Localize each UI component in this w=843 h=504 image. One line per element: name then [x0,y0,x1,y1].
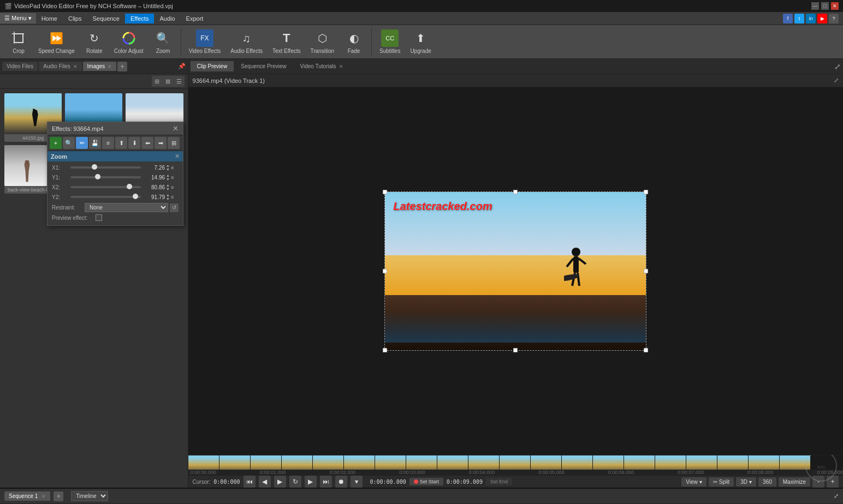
preview-effect-checkbox[interactable] [96,214,102,221]
crop-handle-tl[interactable] [383,190,387,194]
crop-handle-mr[interactable] [644,269,648,273]
tutorials-close[interactable]: ✕ [339,64,343,69]
clip-expand[interactable]: ⤢ [834,77,839,84]
view-dropdown[interactable]: View ▾ [681,477,707,487]
tab-audio-files[interactable]: Audio Files ✕ [39,62,81,71]
y2-menu[interactable]: ≡ [171,194,179,200]
zoom-close-button[interactable]: ✕ [175,153,180,160]
step-back-button[interactable]: ◀ [259,476,271,488]
effects-left-button[interactable]: ⬅ [141,137,153,149]
effects-up-button[interactable]: ⬆ [115,137,127,149]
color-adjust-button[interactable]: Color Adjust [110,27,148,56]
social-li[interactable]: in [806,14,816,23]
go-end-button[interactable]: ⏭ [320,476,332,488]
crop-handle-ml[interactable] [383,269,387,273]
timeline-mode-select[interactable]: Timeline [71,491,108,501]
minimize-button[interactable]: — [811,2,819,10]
effects-down-button[interactable]: ⬇ [128,137,140,149]
y2-thumb[interactable] [133,194,138,199]
view-medium-btn[interactable]: ⊠ [163,76,174,87]
view-grid-btn[interactable]: ⊞ [152,76,163,87]
timeline-expand[interactable]: ⤢ [834,493,839,500]
images-tab-close[interactable]: ✕ [108,64,112,69]
effects-right-button[interactable]: ➡ [155,137,167,149]
effects-close-button[interactable]: ✕ [173,124,179,133]
y1-slider[interactable] [70,176,141,178]
effects-add-button[interactable]: + [50,137,62,149]
menu-export[interactable]: Export [181,14,209,23]
menu-dropdown-button[interactable]: ☰ Menu ▾ [0,13,36,23]
help-icon[interactable]: ? [829,14,839,23]
x2-arrows[interactable]: ▲ ▼ [166,183,170,191]
view-list-btn[interactable]: ☰ [174,76,185,87]
menu-effects[interactable]: Effects [125,14,154,23]
add-tab-button[interactable]: + [117,62,127,71]
seq-tab-close[interactable]: ✕ [41,494,46,499]
x1-down[interactable]: ▼ [166,167,170,171]
fade-button[interactable]: ◐ Fade [340,27,368,56]
y2-down[interactable]: ▼ [166,197,170,201]
x1-up[interactable]: ▲ [166,164,170,167]
add-sequence-button[interactable]: + [54,491,63,501]
menu-home[interactable]: Home [36,14,63,23]
crop-handle-bm[interactable] [513,348,518,352]
sequence-tab[interactable]: Sequence 1 ✕ [4,491,50,501]
y1-up[interactable]: ▲ [166,173,170,177]
speed-button[interactable]: ⏩ Speed Change [34,27,79,56]
zoom-button[interactable]: 🔍 Zoom [149,27,177,56]
y2-slider[interactable] [70,196,141,198]
y2-arrows[interactable]: ▲ ▼ [166,193,170,201]
social-fb[interactable]: f [783,14,793,23]
playback-options[interactable]: ▾ [351,476,363,488]
go-start-button[interactable]: ⏮ [244,476,256,488]
x1-menu[interactable]: ≡ [171,165,179,171]
record-button[interactable]: ⏺ [335,476,347,488]
x1-thumb[interactable] [92,164,97,170]
upgrade-button[interactable]: ⬆ Upgrade [406,27,435,56]
audio-tab-close[interactable]: ✕ [73,64,78,69]
effects-list-button[interactable]: ≡ [102,137,114,149]
audio-effects-button[interactable]: ♫ Audio Effects [226,27,267,56]
step-forward-button[interactable]: ▶ [305,476,317,488]
set-end-button[interactable]: Set End [486,478,512,485]
transition-button[interactable]: ⬡ Transition [306,27,339,56]
menu-sequence[interactable]: Sequence [87,14,125,23]
x2-thumb[interactable] [127,184,132,189]
tab-images[interactable]: Images ✕ [83,62,117,71]
restraint-reset-button[interactable]: ↺ [170,203,179,212]
text-effects-button[interactable]: T Text Effects [268,27,305,56]
tab-video-tutorials[interactable]: Video Tutorials ✕ [294,61,351,71]
crop-handle-tm[interactable] [513,190,518,194]
tab-clip-preview[interactable]: Clip Preview [191,61,234,71]
crop-handle-br[interactable] [644,348,648,352]
set-start-button[interactable]: Set Start [409,478,443,485]
360-button[interactable]: 360 [758,477,776,487]
effects-grid-button[interactable]: ⊞ [168,137,180,149]
rotate-button[interactable]: ↻ Rotate [80,27,109,56]
effects-search-button[interactable]: 🔍 [63,137,75,149]
social-yt[interactable]: ▶ [817,14,827,23]
x2-down[interactable]: ▼ [166,187,170,191]
preview-expand-button[interactable]: ⤢ [834,62,841,71]
close-button[interactable]: ✕ [831,2,839,10]
x2-menu[interactable]: ≡ [171,184,179,190]
y2-up[interactable]: ▲ [166,193,170,197]
effects-save-button[interactable]: 💾 [89,137,101,149]
play-button[interactable]: ▶ [274,476,286,488]
3d-button[interactable]: 3D ▾ [736,477,756,487]
social-tw[interactable]: t [794,14,804,23]
y1-menu[interactable]: ≡ [171,175,179,181]
video-effects-button[interactable]: FX Video Effects [185,27,225,56]
x1-arrows[interactable]: ▲ ▼ [166,164,170,171]
x2-up[interactable]: ▲ [166,183,170,187]
x1-slider[interactable] [70,166,141,169]
title-bar-controls[interactable]: — □ ✕ [811,2,839,10]
panel-pin[interactable]: 📌 [178,63,186,70]
tab-sequence-preview[interactable]: Sequence Preview [234,61,293,71]
y1-arrows[interactable]: ▲ ▼ [166,173,170,181]
tab-video-files[interactable]: Video Files [2,62,38,71]
crop-handle-bl[interactable] [383,348,387,352]
crop-button[interactable]: Crop [4,27,33,56]
subtitles-button[interactable]: CC Subtitles [375,27,405,56]
menu-audio[interactable]: Audio [154,14,180,23]
